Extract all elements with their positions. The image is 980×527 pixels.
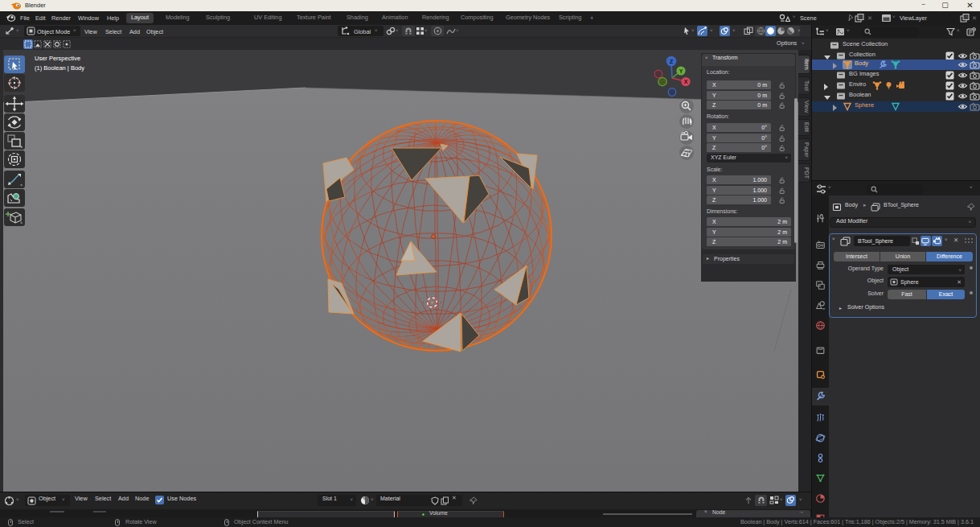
- svg-text:X: X: [684, 79, 688, 84]
- svg-text:Z: Z: [670, 58, 674, 65]
- svg-text:Y: Y: [679, 68, 683, 74]
